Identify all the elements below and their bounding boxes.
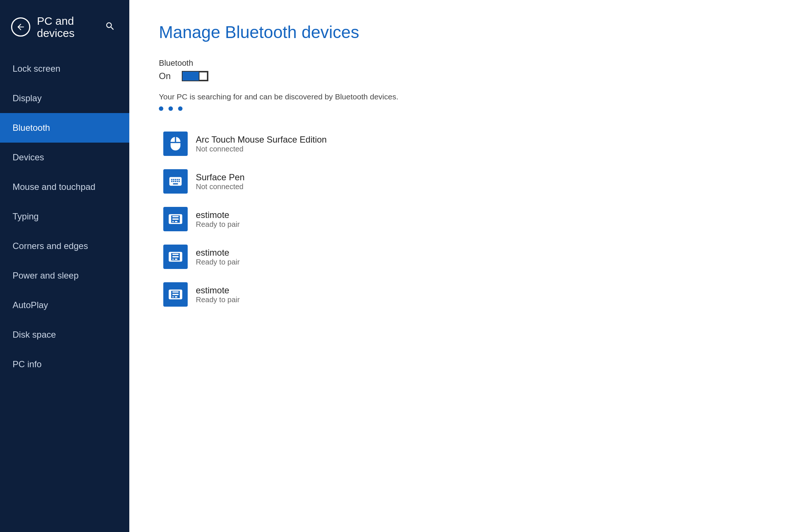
device-icon-1 bbox=[163, 169, 188, 194]
scanning-dots bbox=[159, 106, 768, 111]
device-item-4[interactable]: estimoteReady to pair bbox=[159, 276, 768, 313]
device-status-2: Ready to pair bbox=[196, 220, 240, 229]
device-icon-4 bbox=[163, 282, 188, 307]
device-name-0: Arc Touch Mouse Surface Edition bbox=[196, 134, 327, 145]
sidebar-header: PC and devices bbox=[0, 0, 129, 50]
page-title: Manage Bluetooth devices bbox=[159, 22, 768, 42]
device-item-3[interactable]: estimoteReady to pair bbox=[159, 239, 768, 275]
device-list: Arc Touch Mouse Surface EditionNot conne… bbox=[159, 126, 768, 313]
device-info-2: estimoteReady to pair bbox=[196, 210, 240, 229]
dot-1 bbox=[159, 106, 163, 111]
sidebar-item-pc-info[interactable]: PC info bbox=[0, 349, 129, 379]
sidebar-item-display[interactable]: Display bbox=[0, 83, 129, 113]
toggle-on-label: On bbox=[159, 71, 171, 81]
sidebar-item-devices[interactable]: Devices bbox=[0, 143, 129, 172]
search-button[interactable] bbox=[102, 18, 118, 36]
device-name-1: Surface Pen bbox=[196, 172, 245, 183]
sidebar-item-typing[interactable]: Typing bbox=[0, 202, 129, 231]
device-icon-0 bbox=[163, 132, 188, 156]
sidebar: PC and devices Lock screenDisplayBluetoo… bbox=[0, 0, 129, 532]
bluetooth-toggle-row: On bbox=[159, 71, 768, 81]
device-name-3: estimote bbox=[196, 248, 240, 258]
bluetooth-section-label: Bluetooth bbox=[159, 58, 768, 68]
sidebar-item-mouse-touchpad[interactable]: Mouse and touchpad bbox=[0, 172, 129, 202]
main-content: Manage Bluetooth devices Bluetooth On Yo… bbox=[129, 0, 798, 532]
device-status-3: Ready to pair bbox=[196, 258, 240, 266]
device-item-2[interactable]: estimoteReady to pair bbox=[159, 201, 768, 237]
sidebar-item-autoplay[interactable]: AutoPlay bbox=[0, 290, 129, 320]
sidebar-item-lock-screen[interactable]: Lock screen bbox=[0, 54, 129, 83]
sidebar-item-power-sleep[interactable]: Power and sleep bbox=[0, 261, 129, 290]
device-name-4: estimote bbox=[196, 285, 240, 296]
device-info-3: estimoteReady to pair bbox=[196, 248, 240, 266]
sidebar-item-bluetooth[interactable]: Bluetooth bbox=[0, 113, 129, 143]
device-info-0: Arc Touch Mouse Surface EditionNot conne… bbox=[196, 134, 327, 153]
device-info-1: Surface PenNot connected bbox=[196, 172, 245, 191]
sidebar-item-disk-space[interactable]: Disk space bbox=[0, 320, 129, 349]
device-icon-2 bbox=[163, 207, 188, 231]
device-name-2: estimote bbox=[196, 210, 240, 220]
device-status-1: Not connected bbox=[196, 183, 245, 191]
dot-2 bbox=[168, 106, 173, 111]
search-status: Your PC is searching for and can be disc… bbox=[159, 92, 768, 101]
sidebar-title: PC and devices bbox=[37, 15, 95, 39]
device-icon-3 bbox=[163, 245, 188, 269]
device-info-4: estimoteReady to pair bbox=[196, 285, 240, 304]
back-button[interactable] bbox=[11, 17, 30, 37]
back-icon bbox=[16, 22, 25, 32]
toggle-thumb bbox=[199, 72, 208, 81]
dot-3 bbox=[178, 106, 183, 111]
sidebar-nav: Lock screenDisplayBluetoothDevicesMouse … bbox=[0, 54, 129, 532]
device-status-0: Not connected bbox=[196, 145, 327, 153]
bluetooth-toggle[interactable] bbox=[182, 71, 208, 81]
search-icon bbox=[105, 21, 115, 31]
sidebar-item-corners-edges[interactable]: Corners and edges bbox=[0, 231, 129, 261]
device-item-1[interactable]: Surface PenNot connected bbox=[159, 163, 768, 200]
device-status-4: Ready to pair bbox=[196, 296, 240, 304]
device-item-0[interactable]: Arc Touch Mouse Surface EditionNot conne… bbox=[159, 126, 768, 162]
